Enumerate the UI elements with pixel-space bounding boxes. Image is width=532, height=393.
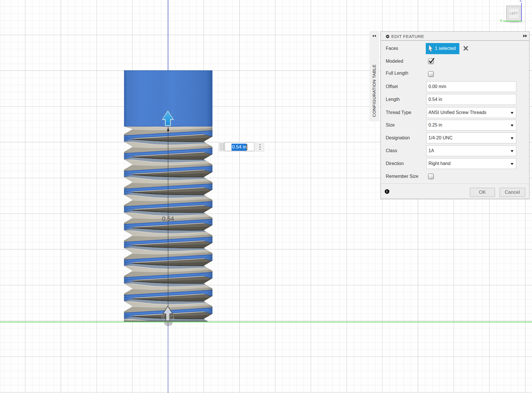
svg-text:0.54: 0.54 — [162, 215, 174, 222]
